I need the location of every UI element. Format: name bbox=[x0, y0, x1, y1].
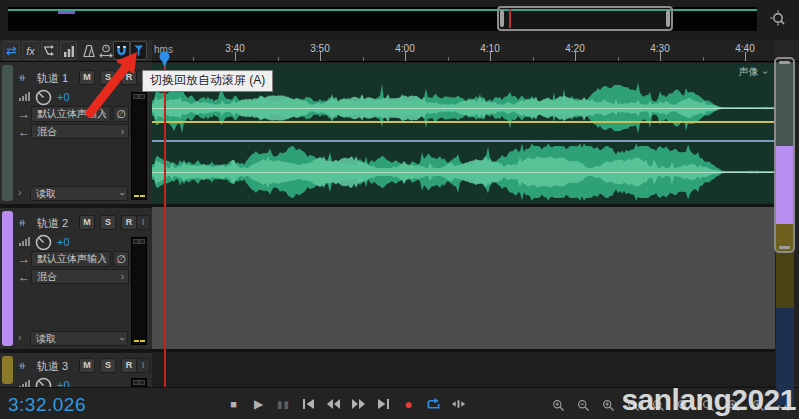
track2-gain-value[interactable]: +0 bbox=[57, 236, 70, 248]
track1-level-meter bbox=[131, 92, 147, 200]
metronome-button[interactable] bbox=[80, 41, 97, 60]
routing-button[interactable] bbox=[41, 41, 58, 60]
playhead-pin[interactable] bbox=[158, 51, 171, 72]
zoom-navigator[interactable] bbox=[0, 0, 799, 40]
timeline-ruler[interactable]: hms 3:403:504:004:104:204:304:40 bbox=[152, 40, 775, 62]
loop-playback-button[interactable] bbox=[426, 396, 441, 412]
track-header-3[interactable]: ⧺ 轨道 3 M S R I +0 bbox=[0, 353, 152, 387]
track-header-2[interactable]: ⧺ 轨道 2 M S R I +0 → 默认立体声输入› ∅ bbox=[0, 208, 152, 349]
track-lane-area[interactable]: 声像 › bbox=[152, 62, 775, 387]
volume-knob[interactable] bbox=[35, 234, 52, 251]
fast-forward-button[interactable] bbox=[351, 396, 366, 412]
volume-knob[interactable] bbox=[35, 377, 52, 387]
snapping-toggle-button[interactable] bbox=[113, 41, 130, 60]
track2-input-monitor-button[interactable]: ∅ bbox=[113, 251, 129, 267]
magnet-icon bbox=[115, 44, 128, 57]
stretch-button[interactable] bbox=[97, 41, 114, 60]
track2-mute-button[interactable]: M bbox=[79, 215, 95, 230]
move-playhead-button[interactable] bbox=[451, 396, 466, 412]
pan-envelope-line[interactable] bbox=[152, 140, 775, 142]
effects-rack-button[interactable]: fx bbox=[22, 41, 39, 60]
track3-arm-button[interactable]: R bbox=[121, 358, 137, 373]
level-icon bbox=[19, 92, 30, 101]
navigator-viewport[interactable] bbox=[497, 6, 673, 31]
thumb-top-grip[interactable] bbox=[779, 61, 790, 64]
input-arrow-icon: → bbox=[18, 252, 30, 266]
expand-chevron-icon[interactable]: › bbox=[18, 187, 21, 198]
skip-to-start-button[interactable] bbox=[301, 396, 316, 412]
track2-output-select[interactable]: 混合› bbox=[31, 269, 129, 284]
track3-mute-button[interactable]: M bbox=[79, 358, 95, 373]
output-arrow-icon: ← bbox=[18, 270, 30, 284]
track1-output-select[interactable]: 混合› bbox=[31, 124, 129, 139]
track2-name[interactable]: 轨道 2 bbox=[37, 216, 68, 231]
auto-scroll-toggle-button[interactable] bbox=[130, 41, 147, 60]
viewport-left-handle[interactable] bbox=[500, 10, 504, 27]
expand-chevron-icon[interactable]: › bbox=[18, 332, 21, 343]
viewport-right-handle[interactable] bbox=[666, 10, 670, 27]
track3-gain-value[interactable]: +0 bbox=[57, 379, 70, 387]
track2-input-select[interactable]: 默认立体声输入› bbox=[31, 251, 111, 267]
record-button[interactable]: ● bbox=[401, 396, 416, 412]
ruler-minor-tick bbox=[363, 57, 364, 61]
channel1-centerline bbox=[152, 108, 775, 109]
track2-automation-select[interactable]: 读取› bbox=[30, 331, 128, 346]
clip-envelope-selector[interactable]: 声像 › bbox=[739, 65, 767, 79]
ruler-time-label: 4:10 bbox=[460, 43, 520, 54]
volume-knob[interactable] bbox=[35, 89, 52, 106]
track1-gain-value[interactable]: +0 bbox=[57, 91, 70, 103]
stop-button[interactable]: ■ bbox=[226, 396, 241, 412]
track-type-icon: ⧺ bbox=[18, 72, 24, 83]
track-type-icon: ⧺ bbox=[18, 217, 24, 228]
track-header-1[interactable]: ⧺ 轨道 1 M S R I +0 → 默认立体声输入› ∅ bbox=[0, 62, 152, 204]
input-arrow-icon: → bbox=[18, 107, 30, 121]
zoom-in-time-button[interactable] bbox=[602, 398, 615, 411]
ruler-minor-tick bbox=[533, 57, 534, 61]
channel2-centerline bbox=[152, 172, 775, 173]
tooltip: 切换回放自动滚屏 (A) bbox=[142, 70, 273, 92]
metering-button[interactable] bbox=[60, 41, 77, 60]
track1-input-monitor-button[interactable]: ∅ bbox=[113, 106, 129, 122]
metronome-icon bbox=[82, 44, 96, 58]
thumb-bottom-grip[interactable] bbox=[779, 246, 790, 249]
routing-icon bbox=[43, 44, 56, 57]
ruler-time-label: 3:40 bbox=[205, 43, 265, 54]
track-type-icon: ⧺ bbox=[18, 360, 24, 371]
track1-solo-button[interactable]: S bbox=[100, 70, 116, 85]
track1-mute-button[interactable]: M bbox=[79, 70, 95, 85]
navigator-zoom-icon[interactable] bbox=[767, 8, 791, 30]
volume-envelope-line[interactable] bbox=[152, 121, 775, 123]
fx-icon: fx bbox=[26, 45, 35, 57]
track2-lane[interactable] bbox=[152, 207, 775, 349]
skip-to-end-button[interactable] bbox=[376, 396, 391, 412]
zoom-in-button[interactable] bbox=[552, 398, 565, 411]
track2-solo-button[interactable]: S bbox=[100, 215, 116, 230]
track3-monitor-button[interactable]: I bbox=[136, 358, 150, 373]
playhead-line bbox=[164, 52, 166, 387]
track1-automation-select[interactable]: 读取› bbox=[30, 186, 128, 201]
ruler-minor-tick bbox=[618, 57, 619, 61]
track-header-column: ⧺ 轨道 1 M S R I +0 → 默认立体声输入› ∅ bbox=[0, 62, 152, 387]
navigator-strip[interactable] bbox=[8, 7, 757, 31]
ruler-minor-tick bbox=[193, 57, 194, 61]
track3-name[interactable]: 轨道 3 bbox=[37, 359, 68, 374]
play-button[interactable]: ▶ bbox=[251, 396, 266, 412]
scrollbar-thumb[interactable] bbox=[774, 57, 795, 253]
pause-button[interactable]: ▮▮ bbox=[276, 396, 291, 412]
zoom-out-button[interactable] bbox=[577, 398, 590, 411]
track2-monitor-button[interactable]: I bbox=[136, 215, 150, 230]
track1-arm-button[interactable]: R bbox=[121, 70, 137, 85]
track3-lane[interactable] bbox=[152, 352, 775, 387]
track1-input-select[interactable]: 默认立体声输入› bbox=[31, 106, 111, 122]
track2-arm-button[interactable]: R bbox=[121, 215, 137, 230]
editor-toolbar: ⇄ fx bbox=[0, 40, 152, 62]
vertical-track-scrollbar[interactable] bbox=[776, 62, 794, 405]
timecode-display[interactable]: 3:32.026 bbox=[8, 394, 86, 416]
level-icon bbox=[19, 237, 30, 246]
rewind-button[interactable] bbox=[326, 396, 341, 412]
ruler-time-label: 4:40 bbox=[715, 43, 775, 54]
track1-name[interactable]: 轨道 1 bbox=[37, 71, 68, 86]
level-icon bbox=[19, 380, 30, 387]
move-tool-button[interactable]: ⇄ bbox=[3, 41, 20, 60]
track3-solo-button[interactable]: S bbox=[100, 358, 116, 373]
